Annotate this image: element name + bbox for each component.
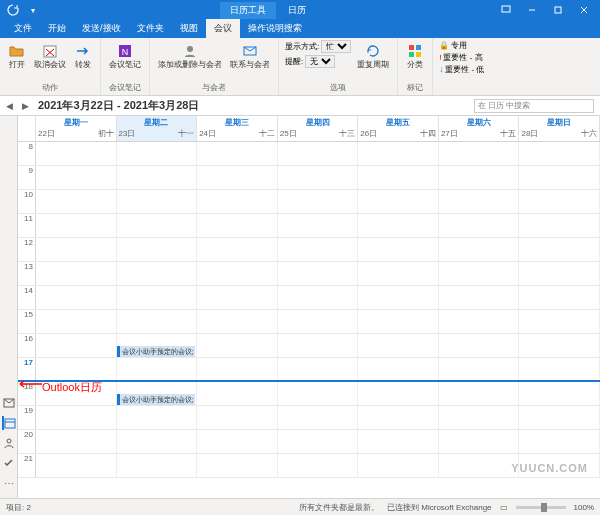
day-header[interactable]: 星期五26日十四 — [358, 116, 439, 141]
calendar-cell[interactable] — [358, 166, 439, 189]
calendar-cell[interactable] — [197, 358, 278, 380]
calendar-cell[interactable] — [117, 406, 198, 429]
calendar-cell[interactable] — [278, 286, 359, 309]
calendar-cell[interactable] — [439, 334, 520, 357]
calendar-cell[interactable] — [36, 430, 117, 453]
more-rail-button[interactable]: ⋯ — [2, 476, 16, 490]
calendar-cell[interactable] — [278, 166, 359, 189]
day-header[interactable]: 星期日28日十六 — [519, 116, 600, 141]
calendar-cell[interactable] — [278, 430, 359, 453]
calendar-cell[interactable] — [36, 310, 117, 333]
qat-dropdown-icon[interactable]: ▾ — [26, 3, 40, 17]
ribbon-display-icon[interactable] — [494, 1, 518, 19]
calendar-cell[interactable] — [197, 286, 278, 309]
calendar-cell[interactable] — [358, 238, 439, 261]
mail-rail-button[interactable] — [2, 396, 16, 410]
calendar-cell[interactable] — [36, 214, 117, 237]
calendar-cell[interactable] — [358, 310, 439, 333]
calendar-cell[interactable] — [36, 286, 117, 309]
calendar-cell[interactable] — [358, 334, 439, 357]
calendar-cell[interactable] — [439, 190, 520, 213]
calendar-cell[interactable] — [278, 382, 359, 405]
calendar-cell[interactable] — [278, 334, 359, 357]
day-header[interactable]: 星期二23日十一 — [117, 116, 198, 141]
calendar-cell[interactable] — [519, 190, 600, 213]
calendar-cell[interactable] — [197, 334, 278, 357]
calendar-search-input[interactable]: 在 日历 中搜索 — [474, 99, 594, 113]
refresh-icon[interactable] — [6, 3, 20, 17]
calendar-cell[interactable] — [197, 406, 278, 429]
cancel-meeting-button[interactable]: 取消会议 — [32, 40, 68, 71]
calendar-cell[interactable] — [197, 238, 278, 261]
calendar-cell[interactable] — [358, 430, 439, 453]
maximize-icon[interactable] — [546, 1, 570, 19]
contact-attendees-button[interactable]: 联系与会者 — [228, 40, 272, 71]
calendar-cell[interactable] — [278, 190, 359, 213]
calendar-cell[interactable] — [519, 406, 600, 429]
calendar-cell[interactable] — [278, 214, 359, 237]
calendar-cell[interactable] — [519, 382, 600, 405]
add-attendees-button[interactable]: 添加或删除与会者 — [156, 40, 224, 71]
categorize-button[interactable]: 分类 — [404, 40, 426, 71]
calendar-cell[interactable] — [117, 310, 198, 333]
tab-file[interactable]: 文件 — [6, 19, 40, 38]
calendar-cell[interactable] — [519, 430, 600, 453]
calendar-cell[interactable] — [117, 238, 198, 261]
calendar-cell[interactable] — [519, 214, 600, 237]
tasks-rail-button[interactable] — [2, 456, 16, 470]
calendar-cell[interactable] — [439, 430, 520, 453]
calendar-cell[interactable] — [358, 142, 439, 165]
high-importance-button[interactable]: !重要性 - 高 — [439, 52, 484, 63]
calendar-cell[interactable] — [117, 262, 198, 285]
private-button[interactable]: 🔒专用 — [439, 40, 484, 51]
calendar-cell[interactable] — [358, 214, 439, 237]
calendar-cell[interactable] — [197, 142, 278, 165]
tab-folder[interactable]: 文件夹 — [129, 19, 172, 38]
reminder-select[interactable]: 无 — [305, 55, 335, 68]
show-as-select[interactable]: 忙 — [321, 40, 351, 53]
calendar-cell[interactable] — [197, 214, 278, 237]
calendar-cell[interactable] — [36, 190, 117, 213]
calendar-cell[interactable] — [358, 454, 439, 477]
calendar-cell[interactable] — [439, 382, 520, 405]
calendar-cell[interactable] — [36, 334, 117, 357]
calendar-cell[interactable] — [117, 286, 198, 309]
calendar-cell[interactable] — [278, 358, 359, 380]
calendar-cell[interactable] — [36, 166, 117, 189]
calendar-cell[interactable] — [117, 190, 198, 213]
calendar-cell[interactable] — [36, 454, 117, 477]
calendar-cell[interactable] — [519, 286, 600, 309]
zoom-slider[interactable] — [516, 506, 566, 509]
calendar-event[interactable]: 会议小助手预定的会议; http — [117, 394, 196, 405]
calendar-cell[interactable] — [197, 262, 278, 285]
calendar-rail-button[interactable] — [2, 416, 16, 430]
calendar-cell[interactable] — [358, 406, 439, 429]
calendar-cell[interactable] — [197, 166, 278, 189]
calendar-cell[interactable] — [278, 142, 359, 165]
calendar-cell[interactable] — [197, 382, 278, 405]
calendar-cell[interactable] — [519, 334, 600, 357]
calendar-cell[interactable] — [358, 358, 439, 380]
calendar-cell[interactable] — [117, 430, 198, 453]
next-week-button[interactable]: ▶ — [22, 101, 32, 111]
day-header[interactable]: 星期一22日初十 — [36, 116, 117, 141]
forward-button[interactable]: 转发 — [72, 40, 94, 71]
open-button[interactable]: 打开 — [6, 40, 28, 71]
calendar-cell[interactable] — [36, 262, 117, 285]
tab-sendreceive[interactable]: 发送/接收 — [74, 19, 129, 38]
tab-home[interactable]: 开始 — [40, 19, 74, 38]
close-icon[interactable] — [572, 1, 596, 19]
calendar-cell[interactable] — [439, 262, 520, 285]
calendar-cell[interactable] — [439, 358, 520, 380]
calendar-cell[interactable] — [358, 286, 439, 309]
calendar-cell[interactable] — [519, 358, 600, 380]
tab-tellme[interactable]: 操作说明搜索 — [240, 19, 310, 38]
minimize-icon[interactable] — [520, 1, 544, 19]
day-header[interactable]: 星期六27日十五 — [439, 116, 520, 141]
tab-meeting[interactable]: 会议 — [206, 19, 240, 38]
calendar-cell[interactable] — [439, 214, 520, 237]
calendar-cell[interactable] — [439, 406, 520, 429]
calendar-cell[interactable] — [278, 454, 359, 477]
day-header[interactable]: 星期四25日十三 — [278, 116, 359, 141]
calendar-cell[interactable] — [197, 310, 278, 333]
